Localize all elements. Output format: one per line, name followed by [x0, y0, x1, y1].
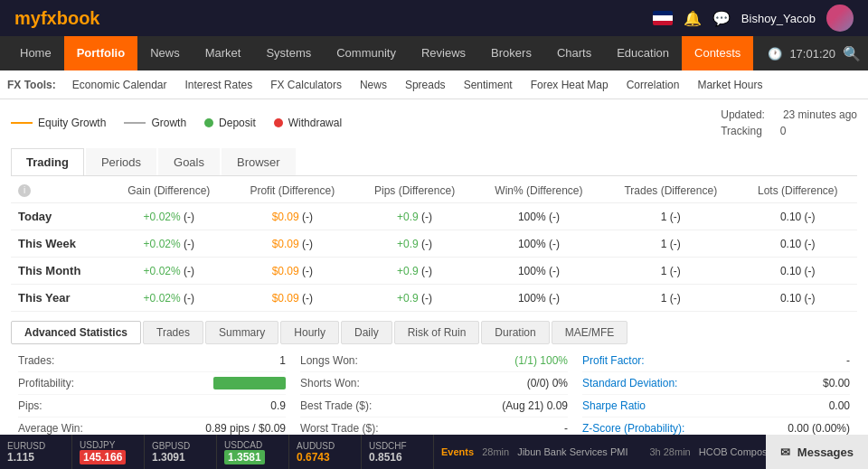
main-content: Equity Growth Growth Deposit Withdrawal …: [0, 99, 868, 469]
adv-tab-summary[interactable]: Summary: [205, 321, 278, 344]
adv-tab-duration[interactable]: Duration: [481, 321, 549, 344]
tab-periods[interactable]: Periods: [86, 148, 156, 175]
fx-economic-calendar[interactable]: Economic Calendar: [65, 75, 175, 95]
ticker-news: Events 28min Jibun Bank Services PMI 3h …: [434, 435, 766, 469]
eurusd-name: EURUSD: [7, 441, 45, 451]
ticker-usdcad[interactable]: USDCAD 1.3581: [217, 435, 289, 469]
chat-icon[interactable]: 💬: [712, 10, 731, 27]
adv-tab-hourly[interactable]: Hourly: [280, 321, 339, 344]
legend-growth: Growth: [124, 117, 186, 129]
row-week-profit: $0.09 (-): [230, 230, 354, 258]
legend-deposit: Deposit: [204, 117, 256, 129]
row-today-label: Today: [11, 203, 108, 230]
adv-tabs: Advanced Statistics Trades Summary Hourl…: [11, 321, 857, 344]
tracking-value: 0: [780, 125, 787, 137]
nav-brokers[interactable]: Brokers: [478, 36, 544, 70]
top-nav: myfxbook 🔔 💬 Bishoy_Yacob: [0, 0, 868, 36]
adv-tab-maemfe[interactable]: MAE/MFE: [552, 321, 628, 344]
row-month-trades: 1 (-): [603, 258, 738, 285]
sharpe-link[interactable]: Sharpe Ratio: [582, 399, 646, 412]
fx-calculators[interactable]: FX Calculators: [263, 75, 349, 95]
legend-dot-red: [274, 118, 283, 127]
profit-factor-link[interactable]: Profit Factor:: [582, 354, 645, 367]
legend-equity-label: Equity Growth: [38, 117, 106, 129]
nav-news[interactable]: News: [137, 36, 193, 70]
fx-heat-map[interactable]: Forex Heat Map: [524, 75, 616, 95]
stat-profitability-label: Profitability:: [18, 377, 74, 389]
nav-time: 17:01:20: [789, 47, 835, 61]
nav-education[interactable]: Education: [604, 36, 682, 70]
usdchf-name: USDCHF: [369, 441, 407, 451]
logo-book: book: [57, 8, 100, 28]
nav-charts[interactable]: Charts: [544, 36, 604, 70]
th-win: Win% (Difference): [475, 178, 603, 203]
nav-contests[interactable]: Contests: [682, 36, 753, 70]
nav-community[interactable]: Community: [324, 36, 409, 70]
stat-pips-value: 0.9: [270, 399, 286, 412]
avatar[interactable]: [826, 5, 854, 32]
row-month-profit: $0.09 (-): [230, 258, 354, 285]
nav-market[interactable]: Market: [193, 36, 254, 70]
th-trades: Trades (Difference): [603, 178, 738, 203]
trading-tabs: Trading Periods Goals Browser: [11, 148, 857, 176]
news-item-1: Events 28min Jibun Bank Services PMI: [441, 446, 627, 457]
ticker-eurusd[interactable]: EURUSD 1.115: [0, 435, 72, 469]
std-dev-link[interactable]: Standard Deviation:: [582, 377, 677, 389]
usdchf-value: 0.8516: [369, 451, 402, 464]
audusd-name: AUDUSD: [297, 441, 335, 451]
audusd-value: 0.6743: [297, 451, 330, 464]
fx-market-hours[interactable]: Market Hours: [690, 75, 769, 95]
th-lots: Lots (Difference): [738, 178, 857, 203]
th-period: i: [11, 178, 108, 203]
tab-browser[interactable]: Browser: [222, 148, 296, 175]
adv-tab-trades[interactable]: Trades: [143, 321, 203, 344]
messages-label: Messages: [797, 446, 854, 459]
row-week-win: 100% (-): [475, 230, 603, 258]
table-row: This Year +0.02% (-) $0.09 (-) +0.9 (-) …: [11, 285, 857, 312]
stat-avg-win-value: 0.89 pips / $0.09: [205, 422, 286, 435]
adv-tab-statistics[interactable]: Advanced Statistics: [11, 321, 141, 344]
usdjpy-value: 145.166: [80, 450, 126, 464]
zscore-link[interactable]: Z-Score (Probability):: [582, 422, 684, 435]
tab-goals[interactable]: Goals: [158, 148, 220, 175]
nav-systems[interactable]: Systems: [253, 36, 324, 70]
fx-correlation[interactable]: Correlation: [619, 75, 687, 95]
stat-sharpe-value: 0.00: [829, 399, 850, 412]
stat-best-dollar-value: (Aug 21) 0.09: [502, 399, 568, 412]
nav-home[interactable]: Home: [7, 36, 64, 70]
info-icon[interactable]: i: [18, 184, 31, 197]
stat-trades: Trades: 1: [18, 350, 286, 372]
stat-best-trade-dollar: Best Trade ($): (Aug 21) 0.09: [300, 395, 568, 417]
legend-dot-green: [204, 118, 213, 127]
row-today-pips: +0.9 (-): [354, 203, 474, 230]
stat-std-dev: Standard Deviation: $0.00: [582, 372, 850, 395]
gbpusd-name: GBPUSD: [152, 441, 190, 451]
fx-sentiment[interactable]: Sentiment: [457, 75, 520, 95]
flag-icon[interactable]: [653, 11, 673, 25]
ticker-audusd[interactable]: AUDUSD 0.6743: [289, 435, 362, 469]
nav-portfolio[interactable]: Portfolio: [64, 36, 137, 70]
adv-tab-daily[interactable]: Daily: [341, 321, 392, 344]
fx-spreads[interactable]: Spreads: [398, 75, 453, 95]
ticker-usdjpy[interactable]: USDJPY 145.166: [72, 435, 145, 469]
row-today-trades: 1 (-): [603, 203, 738, 230]
row-week-trades: 1 (-): [603, 230, 738, 258]
row-week-label: This Week: [11, 230, 108, 258]
username: Bishoy_Yacob: [741, 12, 816, 25]
fx-interest-rates[interactable]: Interest Rates: [178, 75, 260, 95]
nav-reviews[interactable]: Reviews: [409, 36, 478, 70]
ticker-usdchf[interactable]: USDCHF 0.8516: [362, 435, 434, 469]
stat-longs-won: Longs Won: (1/1) 100%: [300, 350, 568, 372]
account-info: Updated: 23 minutes ago Tracking 0: [721, 107, 857, 139]
logo[interactable]: myfxbook: [14, 8, 99, 29]
tab-trading[interactable]: Trading: [11, 148, 84, 175]
fx-news[interactable]: News: [353, 75, 394, 95]
adv-tab-risk[interactable]: Risk of Ruin: [394, 321, 480, 344]
ticker-gbpusd[interactable]: GBPUSD 1.3091: [145, 435, 217, 469]
messages-button[interactable]: ✉ Messages: [766, 435, 868, 469]
search-icon[interactable]: 🔍: [843, 45, 861, 62]
bell-icon[interactable]: 🔔: [684, 10, 702, 27]
legend-growth-label: Growth: [151, 117, 186, 129]
table-row: Today +0.02% (-) $0.09 (-) +0.9 (-) 100%…: [11, 203, 857, 230]
th-profit: Profit (Difference): [230, 178, 354, 203]
